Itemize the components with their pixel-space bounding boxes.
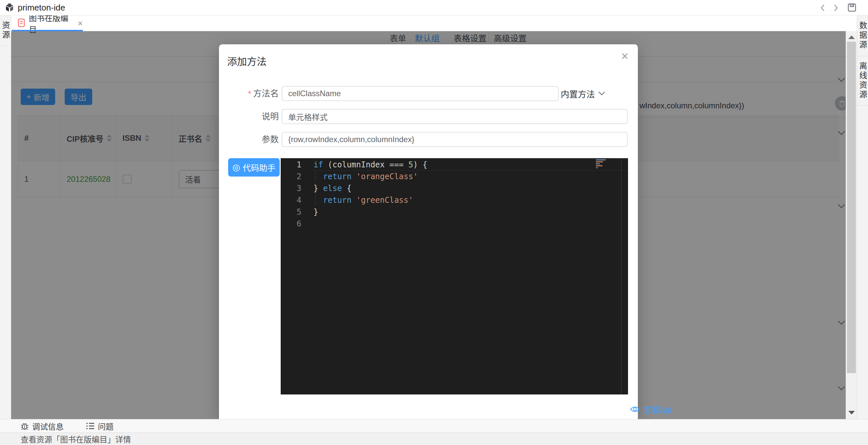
code-line[interactable]: 3} else { [281,183,628,194]
scrollbar-thumb[interactable] [847,42,856,373]
sidebar-item-offline-resources[interactable]: 离线资源 [857,56,868,106]
code-line[interactable]: 2 return 'orangeClass' [281,171,628,183]
code-line[interactable]: 5} [281,206,628,218]
params-label: 参数 [219,132,279,147]
line-number: 4 [281,194,313,206]
tab-book-cip[interactable]: 图书在版编目 × [12,15,83,31]
scrollbar-down-icon[interactable] [848,411,855,414]
code-lines: 1if (columnIndex === 5) {2 return 'orang… [281,159,628,230]
debug-info-button[interactable]: 调试信息 [20,420,64,432]
app-logo-icon [5,3,14,14]
method-name-label: *方法名 [219,86,279,101]
left-sidebar: 资源 [0,15,11,419]
chevron-down-icon [598,91,606,96]
scrollbar-up-icon[interactable] [848,35,855,39]
status-bar: 查看资源「图书在版编目」详情 [0,433,868,445]
document-icon [18,19,25,29]
save-icon[interactable] [847,3,857,12]
debug-panel-bar: 调试信息 问题 [0,419,868,433]
sidebar-item-resources[interactable]: 资源 [0,15,11,45]
problems-button[interactable]: 问题 [86,420,114,432]
builtin-method-dropdown[interactable]: 内置方法 [561,86,606,101]
preview-canvas: 表单 默认组 表格设置 高级设置 + 新增 导出 # CIP核准号 ISBN 正… [11,31,846,419]
description-label: 说明 [219,109,279,124]
assistant-icon: ◎ [232,163,240,172]
add-method-dialog: 添加方法 × *方法名 cellClassName 内置方法 说明 单元格样式 … [219,44,638,419]
nav-forward-button[interactable] [831,3,840,12]
code-assistant-button[interactable]: ◎ 代码助手 [228,158,280,177]
params-input[interactable]: {row,rowIndex,column,columnIndex} [282,132,628,147]
problems-list-icon [86,422,95,430]
dialog-title: 添加方法 [227,54,267,68]
eye-icon [630,405,640,413]
line-number: 6 [281,218,313,230]
code-line[interactable]: 6 [281,218,628,230]
line-number: 5 [281,206,313,218]
code-line[interactable]: 1if (columnIndex === 5) { [281,159,628,171]
right-sidebar: 数据源 离线资源 [857,15,868,419]
status-text: 查看资源「图书在版编目」详情 [21,433,131,445]
code-editor[interactable]: 1if (columnIndex === 5) {2 return 'orang… [281,158,628,394]
nav-back-button[interactable] [818,3,827,12]
tab-close-icon[interactable]: × [78,19,83,28]
required-mark: * [248,89,251,98]
sidebar-item-datasource[interactable]: 数据源 [857,15,868,56]
debug-icon [20,421,29,431]
tab-bar: 图书在版编目 × [11,15,846,31]
active-tab-underline [12,30,83,31]
code-line[interactable]: 4 return 'greenClass' [281,194,628,206]
method-name-input[interactable]: cellClassName [282,86,559,101]
dialog-close-icon[interactable]: × [618,49,632,63]
line-number: 2 [281,171,313,183]
view-api-link[interactable]: 查看Api [630,403,672,415]
minimap [596,159,607,169]
line-number: 1 [281,159,313,171]
top-bar: primeton-ide [0,0,868,15]
vertical-scrollbar[interactable] [846,31,857,419]
line-number: 3 [281,183,313,194]
minimap-border [621,158,621,394]
app-title: primeton-ide [18,0,65,15]
description-input[interactable]: 单元格样式 [282,109,628,124]
